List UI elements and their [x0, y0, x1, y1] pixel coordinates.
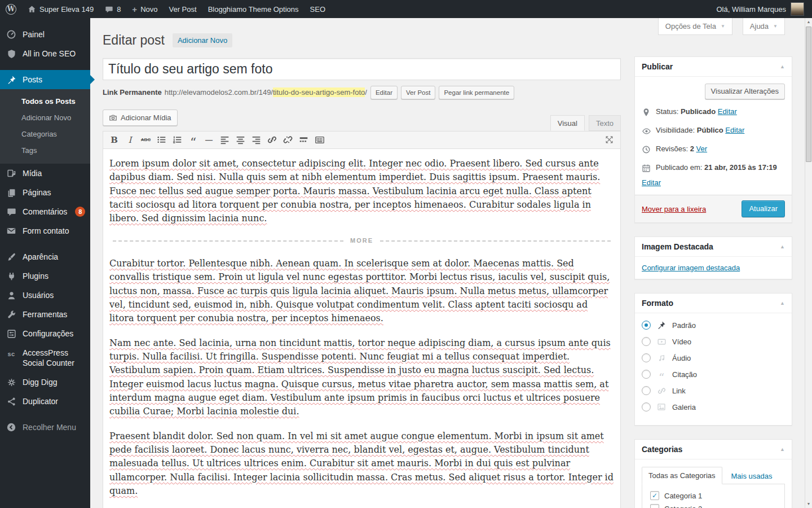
radio-unselected[interactable]: [642, 337, 651, 346]
format-panel-header[interactable]: Formato ▲: [635, 294, 792, 313]
permalink-slug[interactable]: titulo-do-seu-artigo-sem-foto: [273, 87, 365, 97]
add-new-button[interactable]: Adicionar Novo: [173, 33, 232, 47]
scrollbar-thumb[interactable]: [806, 27, 811, 162]
submenu-item-adicionar-novo[interactable]: Adicionar Novo: [0, 110, 90, 126]
get-shortlink-button[interactable]: Pegar link permanente: [439, 86, 514, 99]
format-option-video[interactable]: Vídeo: [642, 336, 785, 347]
radio-unselected[interactable]: [642, 370, 651, 379]
panel-toggle-icon[interactable]: ▲: [780, 244, 785, 249]
blockquote-button[interactable]: “: [186, 133, 201, 147]
scrollbar-down-arrow[interactable]: ▼: [805, 500, 812, 508]
sidebar-item-aparencia[interactable]: Aparência: [0, 247, 90, 266]
panel-toggle-icon[interactable]: ▲: [780, 446, 785, 452]
italic-button[interactable]: I: [122, 133, 138, 147]
sidebar-item-posts[interactable]: Posts: [0, 70, 90, 89]
category-checklist: ✓ Categoria 1 Categoria 2 Categoria 3: [642, 484, 785, 508]
strikethrough-button[interactable]: ABC: [138, 133, 153, 147]
panel-toggle-icon[interactable]: ▲: [780, 300, 785, 306]
edit-status-link[interactable]: Editar: [718, 107, 737, 116]
sidebar-item-comentarios[interactable]: Comentários 8: [0, 202, 90, 221]
tab-visual[interactable]: Visual: [550, 115, 585, 131]
align-center-button[interactable]: [233, 133, 248, 147]
wordpress-logo-menu[interactable]: W: [0, 0, 22, 18]
edit-date-link[interactable]: Editar: [642, 178, 661, 187]
add-media-button[interactable]: Adicionar Mídia: [103, 110, 178, 126]
publish-panel-header[interactable]: Publicar ▲: [635, 57, 792, 77]
sidebar-item-recolher-menu[interactable]: Recolher Menu: [0, 418, 90, 437]
radio-unselected[interactable]: [642, 402, 651, 411]
edit-permalink-button[interactable]: Editar: [370, 86, 398, 99]
format-option-padrao[interactable]: Padrão: [642, 320, 785, 330]
admin-bar-comments[interactable]: 8: [99, 0, 126, 18]
site-name-link[interactable]: Super Eleva 149: [22, 0, 99, 18]
page-title: Editar post: [103, 32, 165, 49]
sidebar-item-painel[interactable]: Painel: [0, 25, 90, 44]
categories-panel-header[interactable]: Categorias ▲: [635, 440, 792, 459]
post-title-input[interactable]: [103, 58, 621, 80]
sidebar-item-configuracoes[interactable]: Configurações: [0, 324, 90, 343]
sidebar-item-accesspress-social-counter[interactable]: sc AccessPress Social Counter: [0, 343, 90, 373]
horizontal-rule-button[interactable]: —: [201, 133, 217, 147]
screen-options-button[interactable]: Opções de Tela ▼: [658, 18, 732, 35]
format-option-citacao[interactable]: “ Citação: [642, 369, 785, 379]
pushpin-icon: [6, 74, 17, 85]
toolbar-toggle-button[interactable]: [312, 133, 327, 147]
view-post-button[interactable]: Ver Post: [401, 86, 435, 99]
panel-toggle-icon[interactable]: ▲: [780, 64, 785, 69]
edit-visibility-link[interactable]: Editar: [725, 126, 744, 134]
radio-unselected[interactable]: [642, 353, 651, 362]
preview-changes-button[interactable]: Visualizar Alterações: [705, 84, 785, 99]
align-left-button[interactable]: [217, 133, 232, 147]
theme-options-link[interactable]: Blogghiamo Theme Options: [202, 0, 304, 18]
view-post-link[interactable]: Ver Post: [163, 0, 202, 18]
submenu-item-tags[interactable]: Tags: [0, 142, 90, 159]
scrollbar-up-arrow[interactable]: ▲: [805, 18, 812, 26]
help-button[interactable]: Ajuda ▼: [743, 18, 785, 35]
bold-button[interactable]: B: [107, 133, 122, 147]
submenu-item-categorias[interactable]: Categorias: [0, 126, 90, 142]
sidebar-item-paginas[interactable]: Páginas: [0, 183, 90, 202]
sidebar-item-all-in-one-seo[interactable]: All in One SEO: [0, 44, 90, 63]
tab-texto[interactable]: Texto: [589, 115, 621, 131]
radio-selected[interactable]: [642, 321, 651, 330]
format-option-galeria[interactable]: Galeria: [642, 402, 785, 412]
sidebar-item-midia[interactable]: Mídia: [0, 164, 90, 183]
window-scrollbar[interactable]: ▲ ▼: [805, 18, 812, 508]
featured-image-header[interactable]: Imagem Destacada ▲: [635, 237, 792, 257]
sidebar-item-usuarios[interactable]: Usuários: [0, 286, 90, 305]
status-label: Status:: [656, 107, 678, 116]
checkbox-unchecked[interactable]: [650, 504, 659, 508]
numbered-list-button[interactable]: [170, 133, 185, 147]
update-button[interactable]: Atualizar: [742, 200, 785, 217]
set-featured-image-link[interactable]: Configurar imagem destacada: [642, 264, 740, 272]
sidebar-item-form-contato[interactable]: Form contato: [0, 221, 90, 240]
link-button[interactable]: [264, 133, 280, 147]
category-item[interactable]: Categoria 2: [650, 504, 784, 508]
checkbox-checked[interactable]: ✓: [650, 491, 659, 500]
unlink-button[interactable]: [280, 133, 295, 147]
tab-all-categories[interactable]: Todas as Categorias: [642, 467, 722, 484]
sidebar-item-plugins[interactable]: Plugins: [0, 266, 90, 286]
format-option-link[interactable]: Link: [642, 386, 785, 396]
editor-content-area[interactable]: Lorem ipsum dolor sit amet, consectetur …: [103, 149, 621, 508]
bullet-list-button[interactable]: [154, 133, 169, 147]
sidebar-item-digg-digg[interactable]: Digg Digg: [0, 373, 90, 392]
more-tag-button[interactable]: [296, 133, 311, 147]
editor-paragraph: Praesent blandit dolor. Sed non quam. In…: [109, 430, 614, 498]
align-right-button[interactable]: [249, 133, 264, 147]
view-revisions-link[interactable]: Ver: [696, 144, 708, 153]
sidebar-item-ferramentas[interactable]: Ferramentas: [0, 305, 90, 324]
move-to-trash-link[interactable]: Mover para a lixeira: [642, 205, 706, 213]
radio-unselected[interactable]: [642, 386, 651, 395]
admin-bar-account[interactable]: Olá, William Marques: [716, 2, 812, 16]
admin-bar-new[interactable]: + Novo: [126, 0, 163, 18]
seo-menu[interactable]: SEO: [304, 0, 331, 18]
format-option-audio[interactable]: Áudio: [642, 353, 785, 363]
submenu-item-todos-os-posts[interactable]: Todos os Posts: [0, 93, 90, 110]
tab-most-used[interactable]: Mais usadas: [731, 468, 773, 484]
fullscreen-button[interactable]: [602, 133, 617, 147]
category-item[interactable]: ✓ Categoria 1: [650, 491, 784, 500]
sidebar-item-duplicator[interactable]: Duplicator: [0, 392, 90, 411]
revisions-clock-icon: [642, 145, 651, 155]
permalink-label: Link Permanente: [103, 88, 162, 97]
